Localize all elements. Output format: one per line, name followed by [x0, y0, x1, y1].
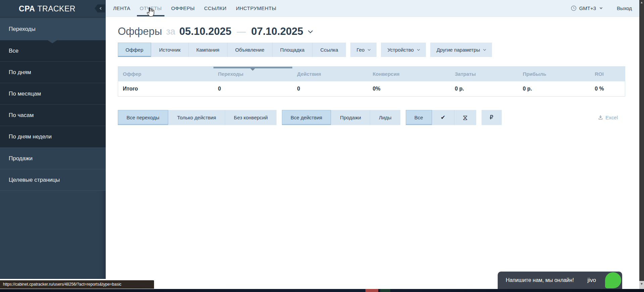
- tab-obyavlenie[interactable]: Объявление: [227, 43, 272, 57]
- filter-group-currency: ₽: [482, 110, 502, 125]
- col-konversiya[interactable]: Конверсия: [368, 67, 450, 81]
- chevron-left-icon: [99, 7, 102, 10]
- sidebar-item-label: По дням недели: [9, 133, 52, 140]
- col-deystviya[interactable]: Действия: [292, 67, 368, 81]
- date-to[interactable]: 07.10.2025: [251, 25, 303, 38]
- chat-message: Напишите нам, мы онлайн!: [498, 277, 574, 283]
- cell-perehody: 0: [213, 81, 293, 97]
- dropdown-label: Устройство: [387, 47, 413, 53]
- cell-pribyl: 0 р.: [518, 81, 590, 97]
- sidebar-item-label: По часам: [9, 112, 34, 119]
- filter-vse-perehody[interactable]: Все переходы: [118, 110, 168, 125]
- filter-vse-deystviya[interactable]: Все действия: [282, 110, 331, 125]
- page-title: Офферы за 05.10.2025 — 07.10.2025: [118, 25, 625, 38]
- link-status-tooltip: https://cabinet.cpatracker.ru/users/4825…: [0, 280, 154, 289]
- topbar-right: GMT+3 Выход: [571, 0, 644, 16]
- sidebar-item-label: Продажи: [9, 155, 33, 162]
- logo-rest: TRACKER: [37, 4, 75, 13]
- ruble-icon: ₽: [490, 114, 493, 121]
- dimension-tabs: Оффер Источник Кампания Объявление Площа…: [118, 43, 625, 57]
- col-zatraty[interactable]: Затраты: [450, 67, 518, 81]
- report-preposition: за: [166, 26, 175, 37]
- filter-tolko-deystviya[interactable]: Только действия: [168, 110, 225, 125]
- sidebar-item-label: Все: [9, 48, 18, 54]
- chevron-down-icon: [483, 48, 486, 51]
- nav-lenta[interactable]: ЛЕНТА: [108, 0, 135, 16]
- col-perehody[interactable]: Переходы: [213, 67, 293, 81]
- report-content: Офферы за 05.10.2025 — 07.10.2025 Оффер …: [106, 17, 644, 125]
- chevron-down-icon: [368, 48, 370, 51]
- tab-offer[interactable]: Оффер: [118, 43, 151, 57]
- filter-lidy[interactable]: Лиды: [370, 110, 400, 125]
- sidebar-item-label: По месяцам: [9, 91, 41, 97]
- scrollbar: ▲ ▼: [639, 0, 644, 289]
- col-pribyl[interactable]: Прибыль: [518, 67, 590, 81]
- tab-ssylka[interactable]: Ссылка: [312, 43, 346, 57]
- app-root: CPATRACKER Переходы Все По дням По месяц…: [0, 0, 644, 292]
- filter-status-approved-button[interactable]: ✔: [432, 110, 454, 125]
- sidebar-item-label: Переходы: [9, 26, 36, 33]
- chevron-down-icon: [417, 48, 420, 51]
- export-excel-link[interactable]: Excel: [598, 115, 618, 120]
- nav-offery[interactable]: ОФФЕРЫ: [166, 0, 199, 16]
- sidebar-item-po-dnyam[interactable]: По дням: [0, 62, 106, 83]
- taskbar-edge: [0, 289, 644, 292]
- cell-konversiya: 0%: [368, 81, 450, 97]
- date-from[interactable]: 05.10.2025: [179, 25, 231, 38]
- scroll-up-icon[interactable]: ▲: [639, 1, 644, 4]
- hourglass-icon: ⧖: [463, 114, 468, 122]
- nav-otchety[interactable]: ОТЧЕТЫ: [135, 0, 166, 16]
- checkmark-icon: ✔: [441, 114, 445, 121]
- dropdown-label: Другие параметры: [437, 47, 480, 53]
- dropdown-label: Гео: [357, 47, 365, 53]
- logo-area: CPATRACKER: [0, 0, 106, 18]
- filter-status-pending-button[interactable]: ⧖: [454, 110, 476, 125]
- chat-widget[interactable]: Напишите нам, мы онлайн! jivo: [498, 272, 622, 289]
- cell-itogo: Итого: [118, 81, 213, 97]
- table-header-row: Оффер Переходы Действия Конверсия Затрат…: [118, 67, 625, 81]
- download-icon: [598, 115, 603, 120]
- nav-ssylki[interactable]: ССЫЛКИ: [199, 0, 231, 16]
- col-offer[interactable]: Оффер: [118, 67, 213, 81]
- timezone-selector[interactable]: GMT+3: [571, 5, 602, 11]
- filter-group-actions: Все действия Продажи Лиды: [282, 110, 400, 125]
- sidebar: CPATRACKER Переходы Все По дням По месяц…: [0, 0, 106, 279]
- report-table-wrap: Оффер Переходы Действия Конверсия Затрат…: [118, 66, 625, 97]
- table-row-totals: Итого 0 0 0% 0 р. 0 р. 0 %: [118, 81, 625, 97]
- report-table: Оффер Переходы Действия Конверсия Затрат…: [118, 66, 625, 97]
- nav-instrumenty[interactable]: ИНСТРУМЕНТЫ: [231, 0, 281, 16]
- filter-group-status: Все ✔ ⧖: [406, 110, 476, 125]
- jivo-green-bubble-icon: [605, 272, 621, 288]
- sidebar-item-celevye-stranicy[interactable]: Целевые страницы: [0, 169, 106, 191]
- sidebar-collapse-button[interactable]: [95, 4, 105, 12]
- taskbar-app-icon: [380, 289, 390, 292]
- filter-row: Все переходы Только действия Без конверс…: [118, 110, 625, 125]
- col-roi[interactable]: ROI: [590, 67, 625, 81]
- sidebar-item-vse[interactable]: Все: [0, 40, 106, 62]
- sidebar-item-prodazhi[interactable]: Продажи: [0, 148, 106, 169]
- sidebar-item-po-mesyacam[interactable]: По месяцам: [0, 83, 106, 105]
- main-area: ЛЕНТА ОТЧЕТЫ ОФФЕРЫ ССЫЛКИ ИНСТРУМЕНТЫ G…: [106, 0, 644, 292]
- sidebar-item-po-chasam[interactable]: По часам: [0, 105, 106, 126]
- chevron-down-icon: [600, 6, 602, 9]
- scrollbar-thumb[interactable]: [639, 0, 644, 281]
- clock-icon: [571, 5, 577, 11]
- filter-bez-konversiy[interactable]: Без конверсий: [225, 110, 277, 125]
- filter-prodazhi[interactable]: Продажи: [331, 110, 370, 125]
- filter-status-vse[interactable]: Все: [406, 110, 432, 125]
- topbar: ЛЕНТА ОТЧЕТЫ ОФФЕРЫ ССЫЛКИ ИНСТРУМЕНТЫ G…: [106, 0, 644, 17]
- dropdown-drugie-parametry[interactable]: Другие параметры: [430, 43, 492, 57]
- tab-ploshchadka[interactable]: Площадка: [272, 43, 312, 57]
- tab-istochnik[interactable]: Источник: [151, 43, 188, 57]
- app-logo: CPATRACKER: [19, 4, 87, 13]
- logout-link[interactable]: Выход: [617, 5, 632, 11]
- dropdown-geo[interactable]: Гео: [350, 43, 377, 57]
- tab-kampaniya[interactable]: Кампания: [188, 43, 227, 57]
- sidebar-item-perehody[interactable]: Переходы: [0, 18, 106, 40]
- date-range-chevron-icon[interactable]: [308, 28, 313, 33]
- dropdown-ustroystvo[interactable]: Устройство: [381, 43, 426, 57]
- export-label: Excel: [605, 115, 618, 120]
- scroll-down-icon[interactable]: ▼: [639, 282, 644, 286]
- sidebar-item-po-dnyam-nedeli[interactable]: По дням недели: [0, 126, 106, 148]
- filter-currency-button[interactable]: ₽: [482, 110, 502, 125]
